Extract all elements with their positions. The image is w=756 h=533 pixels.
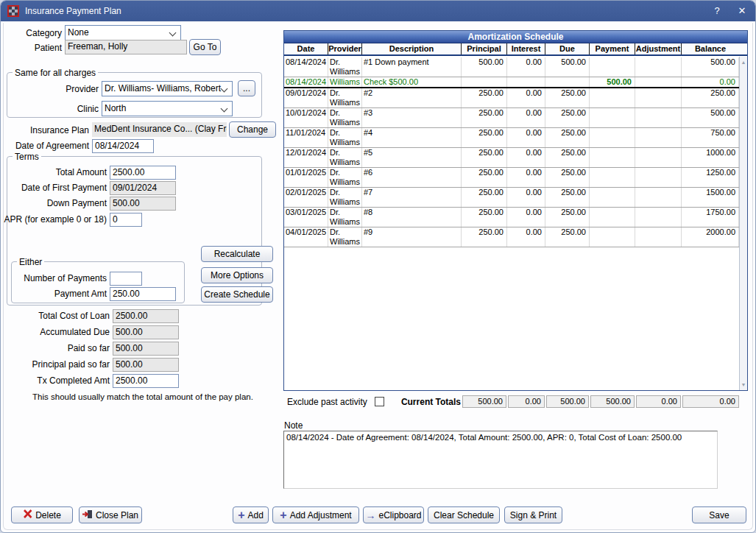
table-cell: #8 (362, 208, 462, 227)
table-cell: 750.00 (682, 128, 739, 147)
insurance-payment-plan-dialog: Insurance Payment Plan ? ✕ Category None… (0, 0, 756, 533)
principal-paid-label: Principal paid so far (8, 359, 110, 370)
table-row[interactable]: 01/01/2025Dr. Williams#6250.000.00250.00… (284, 168, 739, 188)
clinic-label: Clinic (25, 104, 99, 114)
recalculate-button[interactable]: Recalculate (201, 246, 273, 262)
first-payment-label: Date of First Payment (11, 183, 107, 193)
goto-button[interactable]: Go To (189, 39, 221, 55)
table-cell: 250.00 (545, 88, 590, 107)
sign-print-button[interactable]: Sign & Print (504, 506, 562, 523)
table-row[interactable]: 08/14/2024WilliamsCheck $500.00500.000.0… (284, 77, 739, 88)
payment-amt-label: Payment Amt (17, 289, 107, 299)
table-cell: 0.00 (507, 208, 545, 227)
table-cell: 500.00 (462, 57, 507, 77)
vertical-scrollbar[interactable]: ▲ ▼ (739, 57, 747, 390)
table-cell: #5 (362, 148, 462, 167)
table-row[interactable]: 10/01/2024Dr. Williams#3250.000.00250.00… (284, 108, 739, 128)
table-cell (635, 148, 682, 167)
close-plan-button[interactable]: Close Plan (79, 506, 142, 523)
scroll-up-icon[interactable]: ▲ (740, 60, 747, 65)
column-header-interest[interactable]: Interest (507, 43, 545, 54)
table-cell: 250.00 (462, 168, 507, 187)
table-cell: 250.00 (545, 148, 590, 167)
eclipboard-button[interactable]: → eClipboard (363, 506, 424, 523)
table-row[interactable]: 08/14/2024Dr. Williams#1 Down payment500… (284, 57, 739, 77)
apr-field[interactable]: 0 (110, 213, 142, 227)
column-header-due[interactable]: Due (545, 43, 590, 54)
table-cell: 11/01/2024 (284, 128, 328, 147)
create-schedule-button[interactable]: Create Schedule (201, 286, 273, 303)
help-button[interactable]: ? (709, 4, 725, 18)
table-row[interactable]: 03/01/2025Dr. Williams#8250.000.00250.00… (284, 208, 739, 227)
column-header-provider[interactable]: Provider (328, 43, 362, 54)
table-row[interactable]: 09/01/2024Dr. Williams#2250.000.00250.00… (284, 88, 739, 108)
total-balance: 0.00 (682, 395, 739, 408)
column-header-date[interactable]: Date (284, 43, 328, 54)
table-cell (635, 188, 682, 207)
table-row[interactable]: 04/01/2025Dr. Williams#9250.000.00250.00… (284, 227, 739, 247)
add-adjustment-button[interactable]: + Add Adjustment (272, 506, 359, 523)
table-cell (590, 57, 635, 77)
table-cell: 250.00 (462, 108, 507, 127)
terms-title: Terms (13, 152, 41, 162)
close-button[interactable]: ✕ (734, 4, 750, 18)
column-header-balance[interactable]: Balance (682, 43, 739, 54)
table-cell: 250.00 (462, 227, 507, 247)
table-cell: 250.00 (462, 208, 507, 227)
column-header-description[interactable]: Description (362, 43, 462, 54)
column-header-adjustment[interactable]: Adjustment (635, 43, 682, 54)
clinic-combobox[interactable]: North (102, 101, 233, 116)
payment-amt-field[interactable]: 250.00 (110, 287, 176, 301)
total-cost-field: 2500.00 (113, 309, 179, 323)
table-cell (635, 227, 682, 247)
total-due: 500.00 (546, 395, 589, 408)
add-adjustment-button-label: Add Adjustment (290, 510, 352, 520)
total-amount-field[interactable]: 2500.00 (110, 166, 176, 180)
column-header-payment[interactable]: Payment (590, 43, 635, 54)
provider-combobox[interactable]: Dr. Williams- Williams, Robert (102, 81, 233, 96)
number-of-payments-field[interactable] (110, 272, 142, 286)
table-cell: 04/01/2025 (284, 227, 328, 247)
titlebar[interactable]: Insurance Payment Plan ? ✕ (1, 1, 755, 21)
grid-title: Amortization Schedule (284, 31, 747, 43)
column-header-principal[interactable]: Principal (462, 43, 507, 54)
table-cell: 0.00 (507, 108, 545, 127)
table-cell: Dr. Williams (328, 148, 362, 167)
table-cell: Dr. Williams (328, 227, 362, 247)
table-cell: 500.00 (590, 77, 635, 87)
table-cell: #9 (362, 227, 462, 247)
table-cell: 0.00 (507, 188, 545, 207)
table-cell: 250.00 (462, 88, 507, 107)
table-cell: 250.00 (462, 128, 507, 147)
note-label: Note (284, 420, 303, 431)
table-cell: 250.00 (462, 188, 507, 207)
close-plan-button-label: Close Plan (96, 510, 138, 520)
more-options-button[interactable]: More Options (201, 267, 273, 283)
category-combobox[interactable]: None (65, 25, 181, 40)
paid-so-far-label: Paid so far (14, 343, 110, 353)
provider-more-button[interactable]: ... (238, 80, 255, 96)
table-row[interactable]: 02/01/2025Dr. Williams#7250.000.00250.00… (284, 188, 739, 208)
arrow-right-icon: → (365, 511, 375, 520)
scroll-down-icon[interactable]: ▼ (740, 382, 747, 387)
table-row[interactable]: 12/01/2024Dr. Williams#5250.000.00250.00… (284, 148, 739, 168)
patient-field: Freeman, Holly (65, 40, 187, 54)
date-of-agreement-field[interactable]: 08/14/2024 (92, 139, 154, 153)
total-cost-label: Total Cost of Loan (14, 311, 110, 321)
clinic-value: North (105, 103, 126, 113)
exclude-past-activity-checkbox[interactable] (375, 397, 384, 406)
note-field[interactable]: 08/14/2024 - Date of Agreement: 08/14/20… (283, 431, 718, 489)
change-button[interactable]: Change (229, 121, 276, 138)
table-row[interactable]: 11/01/2024Dr. Williams#4250.000.00250.00… (284, 128, 739, 148)
delete-button[interactable]: Delete (11, 506, 73, 523)
table-cell (590, 88, 635, 107)
save-button[interactable]: Save (692, 506, 746, 523)
add-button[interactable]: + Add (233, 506, 269, 523)
paid-so-far-field: 500.00 (113, 342, 179, 356)
table-cell: Dr. Williams (328, 108, 362, 127)
clear-schedule-button[interactable]: Clear Schedule (428, 506, 500, 523)
exclude-past-activity-label: Exclude past activity (287, 397, 367, 407)
tx-completed-field[interactable]: 2500.00 (113, 374, 179, 388)
table-cell: 0.00 (507, 88, 545, 107)
table-cell: Williams (328, 77, 362, 87)
